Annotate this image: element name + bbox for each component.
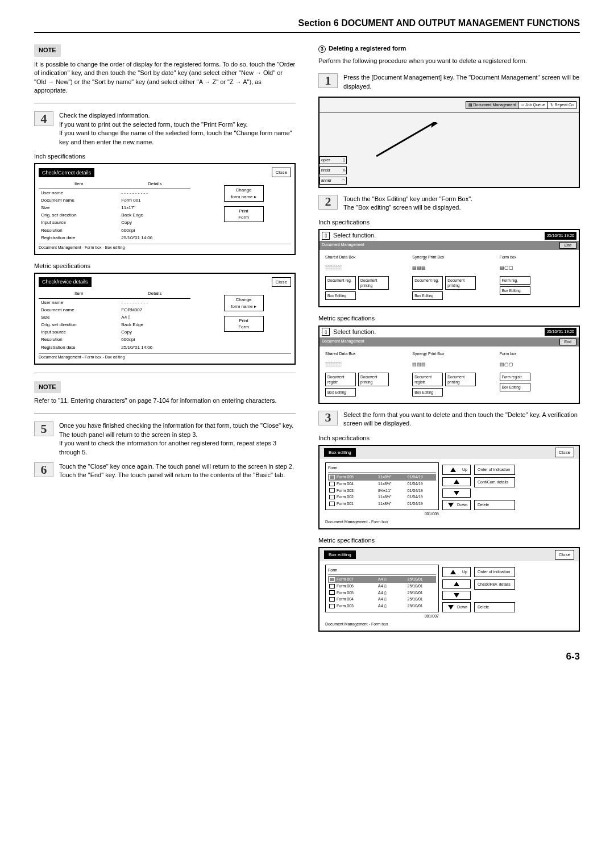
note-label: NOTE <box>34 381 61 393</box>
queue-icon: ⇨ <box>521 102 524 108</box>
end-button[interactable]: End <box>559 242 576 249</box>
page-number: 6-3 <box>34 650 580 663</box>
doc-reg-button[interactable]: Document reg. <box>412 276 443 290</box>
close-button[interactable]: Close <box>272 168 291 177</box>
close-button[interactable]: Close <box>555 448 574 457</box>
document-icon <box>329 590 335 595</box>
check-rev-details-button[interactable]: Check/Rev. details <box>474 579 515 590</box>
page-counter: 001/005 <box>325 511 439 517</box>
select-function-screen-metric: ▯ Select function. 25/10/'01 19:20 Docum… <box>318 326 580 404</box>
doc-print-button[interactable]: Document printing <box>445 373 476 386</box>
step-5-number: 5 <box>34 422 53 436</box>
panel-title: Box editing <box>324 448 356 457</box>
doc-reg-button[interactable]: Document reg. <box>325 276 356 290</box>
box-editing-button[interactable]: Box Editing <box>412 388 443 397</box>
breadcrumb: Document Management - Form box <box>325 519 573 525</box>
panel-title: Box editing <box>324 550 356 559</box>
form-list: Form Form 00511x8½"01/04/19 Form 00411x8… <box>325 462 439 510</box>
form-reg-button[interactable]: Form registr. <box>500 373 530 381</box>
chevron-down-icon <box>448 503 454 507</box>
order-indication-button[interactable]: Order of indication <box>474 567 515 577</box>
info-icon: ▯ <box>322 232 330 240</box>
check-correct-panel-inch: Check/Correct details Close ItemDetails … <box>34 163 296 254</box>
list-item[interactable]: Form 00411x8½"01/04/19 <box>328 481 436 487</box>
info-icon: ▯ <box>322 328 330 336</box>
change-form-name-button[interactable]: Changeform name ▸ <box>224 295 264 311</box>
timestamp: 25/10/'01 19:20 <box>545 328 576 336</box>
scroll-up[interactable] <box>442 579 471 589</box>
step-5-text: Once you have finished checking the info… <box>59 422 296 457</box>
down-button[interactable]: Down <box>442 602 471 612</box>
box-editing-button[interactable]: Box Editing <box>500 383 530 391</box>
chevron-down-icon <box>454 593 459 598</box>
form-box-icon: ▤▢▢ <box>500 358 573 371</box>
doc-print-button[interactable]: Document printing <box>358 373 389 386</box>
document-icon <box>329 488 335 493</box>
doc-reg-button[interactable]: Document registr. <box>325 373 356 386</box>
note-text-2: Refer to "11. Entering characters" on pa… <box>34 397 296 405</box>
box-editing-panel-inch: Box editing Close Form Form 00511x8½"01/… <box>318 445 580 529</box>
metric-spec-label: Metric specifications <box>318 536 580 545</box>
list-item[interactable]: Form 004A4 ▯25/10/01 <box>328 596 436 603</box>
up-button[interactable]: Up <box>442 465 471 475</box>
list-item[interactable]: Form 003A4 ▯25/10/01 <box>328 603 436 610</box>
tab-scanner[interactable]: anner◠ <box>320 177 347 185</box>
list-item[interactable]: Form 007A4 ▯25/10/01 <box>328 576 436 583</box>
scroll-down[interactable] <box>442 591 471 600</box>
down-button[interactable]: Down <box>442 500 471 510</box>
print-form-button[interactable]: PrintForm <box>224 316 264 332</box>
doc-reg-button[interactable]: Document registr. <box>412 373 443 386</box>
box-editing-button[interactable]: Box Editing <box>500 286 530 295</box>
metric-spec-label: Metric specifications <box>34 262 296 270</box>
tab-doc-mgmt[interactable]: ▤Document Management <box>466 101 519 109</box>
doc-print-button[interactable]: Document printing <box>358 276 389 290</box>
delete-button[interactable]: Delete <box>474 500 515 510</box>
list-item[interactable]: Form 005A4 ▯25/10/01 <box>328 590 436 596</box>
tab-job-queue[interactable]: ⇨Job Queue <box>518 101 547 109</box>
tab-printer[interactable]: rinter⎙ <box>320 166 347 174</box>
intro-text: Perform the following procedure when you… <box>318 57 580 65</box>
breadcrumb: Document Management - Form box <box>325 621 573 627</box>
divider <box>34 413 296 414</box>
change-form-name-button[interactable]: Changeform name ▸ <box>224 185 264 201</box>
step-1-text: Press the [Document Management] key. The… <box>343 73 580 91</box>
panel-title: Check/revice details <box>39 277 92 287</box>
divider <box>34 373 296 373</box>
document-icon <box>329 584 335 589</box>
chevron-up-icon <box>454 582 459 586</box>
page-counter: 001/007 <box>325 614 439 619</box>
list-item[interactable]: Form 0038½x11"01/04/19 <box>328 487 436 494</box>
list-item[interactable]: Form 00211x8½"01/04/19 <box>328 494 436 500</box>
doc-print-button[interactable]: Document printing <box>445 276 476 290</box>
list-item[interactable]: Form 00111x8½"01/04/19 <box>328 500 436 507</box>
step-1-number: 1 <box>318 73 338 88</box>
copier-icon: ▯ <box>343 157 345 163</box>
step-4-text: Check the displayed information. If you … <box>59 111 296 147</box>
up-button[interactable]: Up <box>442 567 471 577</box>
tab-repeat-copy[interactable]: ↻Repeat Co <box>547 101 576 109</box>
print-form-button[interactable]: PrintForm <box>224 206 264 222</box>
scroll-down[interactable] <box>442 489 471 498</box>
box-editing-button[interactable]: Box Editing <box>325 291 356 300</box>
box-editing-button[interactable]: Box Editing <box>412 291 443 300</box>
close-button[interactable]: Close <box>555 550 574 560</box>
chevron-up-icon <box>450 468 456 472</box>
subsection-heading: 3 Deleting a registered form <box>318 44 580 53</box>
box-editing-button[interactable]: Box Editing <box>325 388 356 397</box>
document-icon <box>329 495 335 499</box>
end-button[interactable]: End <box>559 339 576 345</box>
breadcrumb: Document Management - Form box - Box edi… <box>39 353 291 360</box>
conf-corr-details-button[interactable]: Conf/Corr. details <box>474 477 515 487</box>
order-indication-button[interactable]: Order of indication <box>474 465 515 475</box>
list-item[interactable]: Form 00511x8½"01/04/19 <box>328 474 436 481</box>
inch-spec-label: Inch specifications <box>34 152 296 161</box>
tab-copier[interactable]: opier▯ <box>320 156 347 164</box>
form-reg-button[interactable]: Form reg. <box>500 276 530 285</box>
list-item[interactable]: Form 006A4 ▯25/10/01 <box>328 583 436 590</box>
scroll-up[interactable] <box>442 477 471 486</box>
repeat-icon: ↻ <box>550 102 554 108</box>
close-button[interactable]: Close <box>272 277 291 287</box>
metric-spec-label: Metric specifications <box>318 314 580 323</box>
shared-box-icon: ░░░░░ <box>325 262 399 274</box>
delete-button[interactable]: Delete <box>474 602 515 612</box>
